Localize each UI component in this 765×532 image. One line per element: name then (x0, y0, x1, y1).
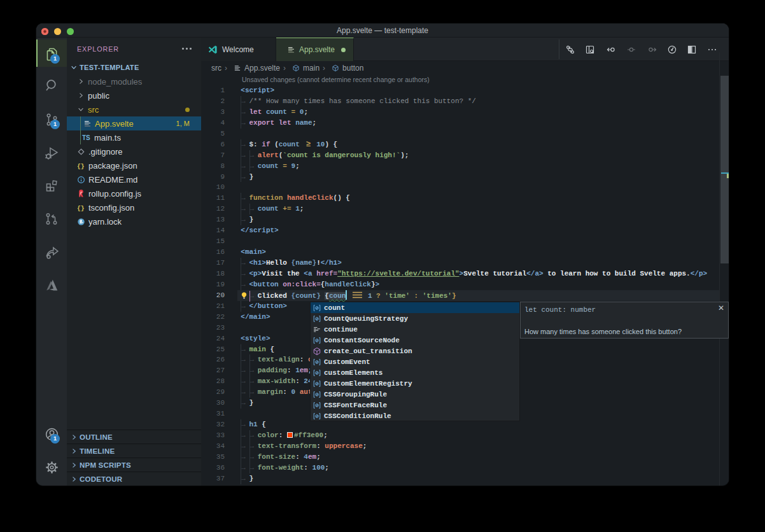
svg-text:{}: {} (77, 205, 85, 212)
svg-text:{}: {} (77, 163, 85, 170)
svg-text:TS: TS (82, 134, 90, 141)
